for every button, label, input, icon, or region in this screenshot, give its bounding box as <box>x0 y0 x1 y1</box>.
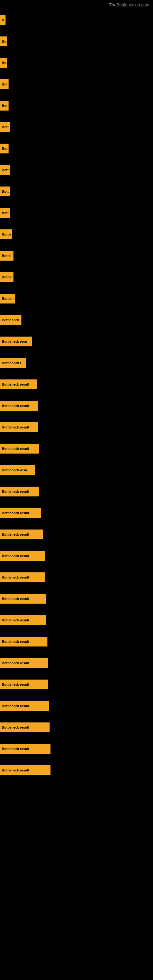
bar-label: Bott <box>0 208 10 218</box>
bar-row: Bottleneck result <box>0 502 153 524</box>
bar-label: Bottleneck result <box>0 765 51 775</box>
bar-label: Bottle <box>0 272 13 282</box>
bar-label: Bott <box>0 165 10 175</box>
bars-container: BBoBoBotBotBottBotBottBottBottBottleBott… <box>0 0 153 781</box>
bar-row: Bottleneck result <box>0 417 153 438</box>
bar-label: Bottleneck result <box>0 444 39 453</box>
bar-row: Bottleneck result <box>0 674 153 695</box>
bar-row: Bottleneck result <box>0 481 153 502</box>
bar-label: Bot <box>0 79 9 89</box>
bar-label: Bot <box>0 144 9 153</box>
bar-label: Bot <box>0 101 9 111</box>
bar-row: Bott <box>0 116 153 138</box>
bar-label: Bottleneck result <box>0 530 43 539</box>
bar-label: Bottlen <box>0 294 15 304</box>
bar-row: Bottleneck <box>0 309 153 331</box>
site-title: TheBottlenecker.com <box>109 0 153 9</box>
bar-label: Bottleneck result <box>0 422 38 432</box>
bar-label: Bottleneck result <box>0 551 45 561</box>
bar-row: Bott <box>0 202 153 224</box>
bar-label: Bottleneck result <box>0 379 37 389</box>
bar-row: Bott <box>0 159 153 181</box>
bar-row: Bottle <box>0 245 153 266</box>
bar-row: Bottleneck result <box>0 652 153 674</box>
bar-row: Bottleneck result <box>0 717 153 738</box>
bar-row: Bo <box>0 52 153 73</box>
bar-label: Bottleneck <box>0 315 21 325</box>
bar-label: Bottleneck result <box>0 722 49 732</box>
bar-row: Bot <box>0 73 153 95</box>
bar-row: Bo <box>0 30 153 52</box>
bar-row: Bott <box>0 181 153 202</box>
bar-label: Bottleneck resu <box>0 337 32 346</box>
bar-label: Bottleneck result <box>0 594 46 604</box>
bar-label: Bottleneck result <box>0 508 41 518</box>
bar-label: Bo <box>0 58 7 68</box>
bar-label: Bottleneck result <box>0 679 48 689</box>
bar-row: Bottleneck result <box>0 566 153 588</box>
bar-row: Bottleneck result <box>0 374 153 395</box>
bar-label: B <box>0 15 5 25</box>
bar-label: Bottleneck result <box>0 744 51 754</box>
bar-label: Bott <box>0 122 10 132</box>
bar-row: Bottleneck result <box>0 588 153 609</box>
bar-row: Bot <box>0 138 153 159</box>
bar-row: B <box>0 9 153 30</box>
bar-row: Bottle <box>0 224 153 245</box>
bar-label: Bottleneck result <box>0 701 49 711</box>
bar-label: Bo <box>0 37 7 46</box>
bar-label: Bottleneck result <box>0 487 39 496</box>
bar-row: Bot <box>0 95 153 116</box>
bar-label: Bott <box>0 186 10 196</box>
bar-label: Bottle <box>0 229 12 239</box>
bar-row: Bottlen <box>0 288 153 309</box>
bar-row: Bottleneck result <box>0 759 153 781</box>
bar-row: Bottleneck r <box>0 352 153 374</box>
bar-label: Bottleneck result <box>0 637 48 646</box>
bar-row: Bottleneck result <box>0 524 153 545</box>
bar-row: Bottleneck result <box>0 395 153 417</box>
bar-row: Bottleneck result <box>0 438 153 460</box>
bar-row: Bottleneck resu <box>0 460 153 481</box>
bar-label: Bottleneck result <box>0 401 38 411</box>
bar-label: Bottle <box>0 251 13 261</box>
bar-row: Bottle <box>0 266 153 288</box>
bar-row: Bottleneck result <box>0 545 153 566</box>
bar-row: Bottleneck result <box>0 738 153 759</box>
bar-row: Bottleneck result <box>0 695 153 717</box>
bar-row: Bottleneck result <box>0 609 153 631</box>
bar-row: Bottleneck result <box>0 631 153 652</box>
bar-label: Bottleneck result <box>0 658 48 668</box>
bar-label: Bottleneck r <box>0 358 26 368</box>
bar-label: Bottleneck result <box>0 615 46 625</box>
bar-row: Bottleneck resu <box>0 331 153 352</box>
bar-label: Bottleneck result <box>0 573 45 582</box>
bar-label: Bottleneck resu <box>0 465 35 475</box>
